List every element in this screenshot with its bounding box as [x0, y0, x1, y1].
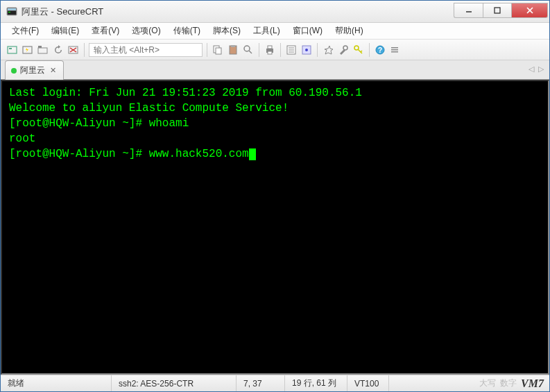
menu-file[interactable]: 文件(F): [6, 23, 44, 39]
menu-help[interactable]: 帮助(H): [329, 23, 369, 39]
maximize-button[interactable]: [483, 3, 512, 18]
svg-rect-5: [495, 8, 500, 13]
app-window: 阿里云 - SecureCRT 文件(F) 编辑(E) 查看(V) 选项(O) …: [0, 0, 550, 392]
paste-icon[interactable]: [227, 44, 239, 56]
find-icon[interactable]: [242, 44, 255, 56]
menu-script[interactable]: 脚本(S): [207, 23, 246, 39]
menu-edit[interactable]: 编辑(E): [46, 23, 85, 39]
status-protocol: ssh2: AES-256-CTR: [112, 375, 237, 391]
svg-line-21: [249, 51, 252, 53]
key-icon[interactable]: [352, 44, 365, 56]
svg-rect-2: [8, 11, 16, 15]
toolbar-separator: [207, 43, 207, 57]
terminal-line: [root@HQW-Aliyun ~]# whoami: [9, 116, 541, 131]
toolbar-separator: [317, 43, 318, 57]
status-term-type: VT100: [347, 375, 389, 391]
window-title: 阿里云 - SecureCRT: [22, 6, 454, 18]
svg-rect-17: [216, 48, 221, 54]
quick-connect-icon[interactable]: [22, 44, 34, 56]
reconnect-icon[interactable]: [52, 44, 65, 56]
app-icon: [6, 6, 17, 17]
print-icon[interactable]: [264, 44, 276, 56]
svg-rect-12: [38, 46, 42, 48]
menu-window[interactable]: 窗口(W): [287, 23, 328, 39]
terminal-line: Last login: Fri Jun 21 19:51:23 2019 fro…: [9, 85, 541, 101]
host-input[interactable]: [89, 43, 203, 57]
svg-rect-19: [231, 45, 235, 47]
minimize-button[interactable]: [454, 3, 483, 18]
cursor-icon: [249, 148, 256, 160]
tab-nav: ◁ ▷: [528, 65, 544, 74]
menu-tools[interactable]: 工具(L): [248, 23, 286, 39]
status-caps: 大写: [479, 377, 496, 389]
prompt: [root@HQW-Aliyun ~]#: [9, 148, 149, 160]
menu-view[interactable]: 查看(V): [86, 23, 125, 39]
tab-session[interactable]: 阿里云 ✕: [5, 60, 64, 80]
terminal[interactable]: Last login: Fri Jun 21 19:51:23 2019 fro…: [1, 80, 549, 375]
terminal-line: [root@HQW-Aliyun ~]# www.hack520.com: [9, 146, 541, 162]
menu-options[interactable]: 选项(O): [126, 23, 166, 39]
svg-text:?: ?: [378, 46, 382, 54]
toolbar-separator: [369, 43, 370, 57]
settings-icon[interactable]: [322, 44, 334, 56]
menubar: 文件(F) 编辑(E) 查看(V) 选项(O) 传输(T) 脚本(S) 工具(L…: [1, 23, 549, 40]
toolbar-menu-icon[interactable]: [389, 44, 402, 56]
toolbar-separator: [84, 43, 85, 57]
toolbar: ?: [1, 40, 549, 60]
svg-rect-9: [9, 48, 12, 49]
tab-close-icon[interactable]: ✕: [50, 66, 56, 75]
tabbar: 阿里云 ✕ ◁ ▷: [1, 60, 549, 80]
copy-icon[interactable]: [212, 44, 224, 56]
terminal-line: root: [9, 131, 541, 146]
svg-rect-38: [391, 49, 398, 51]
svg-rect-1: [8, 8, 16, 10]
svg-rect-3: [8, 12, 10, 12]
svg-point-30: [305, 49, 308, 51]
connect-tab-icon[interactable]: [37, 44, 49, 56]
properties-icon[interactable]: [285, 44, 298, 56]
svg-line-34: [361, 51, 362, 52]
svg-point-20: [244, 46, 250, 51]
tab-label: 阿里云: [20, 65, 45, 76]
svg-rect-37: [391, 47, 398, 49]
svg-rect-23: [268, 46, 272, 49]
tab-prev-icon[interactable]: ◁: [528, 65, 534, 74]
connect-icon[interactable]: [6, 44, 19, 56]
session-options-icon[interactable]: [300, 44, 313, 56]
toolbar-separator: [280, 43, 281, 57]
tab-next-icon[interactable]: ▷: [538, 65, 544, 74]
toolbar-separator: [259, 43, 259, 57]
svg-rect-11: [38, 48, 47, 53]
menu-transfer[interactable]: 传输(T): [168, 23, 206, 39]
svg-point-31: [343, 46, 347, 50]
window-controls: [454, 6, 548, 18]
status-numlock: 数字: [500, 377, 517, 389]
titlebar[interactable]: 阿里云 - SecureCRT: [1, 1, 549, 23]
help-icon[interactable]: ?: [374, 44, 386, 56]
svg-rect-24: [268, 51, 272, 54]
disconnect-icon[interactable]: [67, 44, 80, 56]
status-ready: 就绪: [1, 375, 112, 391]
terminal-line: Welcome to aliyun Elastic Compute Servic…: [9, 101, 541, 116]
vm-label: VM7: [521, 377, 544, 390]
status-cursor-pos: 7, 37: [237, 375, 285, 391]
svg-rect-8: [8, 46, 17, 53]
status-right: 大写 数字 VM7: [474, 377, 549, 390]
connected-indicator-icon: [11, 68, 17, 74]
statusbar: 就绪 ssh2: AES-256-CTR 7, 37 19 行, 61 列 VT…: [1, 375, 549, 391]
command: www.hack520.com: [149, 148, 249, 160]
svg-rect-39: [391, 51, 398, 53]
command: whoami: [149, 117, 189, 130]
close-button[interactable]: [512, 3, 548, 18]
prompt: [root@HQW-Aliyun ~]#: [9, 117, 149, 130]
status-rows-cols: 19 行, 61 列: [285, 375, 347, 391]
tools-icon[interactable]: [337, 44, 350, 56]
